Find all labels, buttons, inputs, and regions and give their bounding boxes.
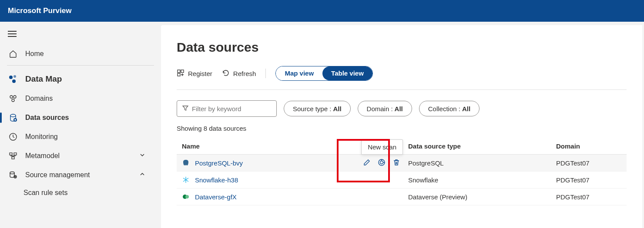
table-view-toggle[interactable]: Table view — [322, 66, 372, 80]
new-scan-tooltip: New scan — [361, 139, 403, 155]
filter-keyword-field[interactable] — [177, 100, 277, 117]
source-management-icon — [8, 171, 18, 179]
nav-home[interactable]: Home — [0, 44, 161, 63]
filter-domain-label: Domain : — [367, 105, 393, 112]
refresh-button[interactable]: Refresh — [222, 69, 256, 78]
refresh-icon — [222, 69, 230, 78]
svg-rect-14 — [178, 70, 180, 73]
nav-divider — [7, 65, 154, 66]
filter-source-type[interactable]: Source type : All — [284, 101, 351, 116]
row-domain: PDGTest07 — [556, 159, 621, 167]
nav-section-data-map[interactable]: Data Map — [0, 69, 161, 89]
view-toggle: Map view Table view — [275, 66, 372, 81]
delete-icon[interactable] — [392, 159, 400, 168]
svg-rect-15 — [181, 70, 184, 73]
nav-data-sources[interactable]: Data sources — [0, 108, 161, 127]
filters: Source type : All Domain : All Collectio… — [177, 100, 627, 117]
nav-domains[interactable]: Domains — [0, 89, 161, 108]
row-type: PostgreSQL — [408, 159, 556, 167]
svg-point-5 — [12, 99, 14, 102]
map-view-toggle[interactable]: Map view — [276, 66, 322, 80]
nav-monitoring-label: Monitoring — [25, 133, 58, 141]
main-content: Data sources Register Refresh Map view T… — [161, 25, 642, 228]
edit-icon[interactable] — [363, 159, 371, 168]
snowflake-icon — [182, 176, 190, 184]
data-source-table: Name Data source type Domain PostgreSQL-… — [177, 138, 627, 205]
svg-point-0 — [9, 76, 13, 79]
svg-point-18 — [380, 161, 383, 164]
chevron-down-icon — [139, 152, 145, 160]
svg-rect-11 — [12, 157, 14, 159]
refresh-label: Refresh — [233, 70, 256, 77]
chevron-up-icon — [139, 171, 145, 179]
dataverse-icon — [182, 193, 190, 201]
domains-icon — [8, 94, 18, 103]
filter-icon — [182, 105, 188, 112]
svg-point-1 — [13, 75, 16, 78]
table-row[interactable]: PostgreSQL-bvy New scan Po — [177, 155, 627, 172]
register-label: Register — [188, 70, 212, 77]
nav-domains-label: Domains — [25, 95, 53, 102]
row-actions: New scan — [363, 159, 400, 168]
filter-keyword-input[interactable] — [192, 105, 275, 112]
filter-collection-label: Collection : — [428, 105, 460, 112]
register-icon — [177, 69, 184, 78]
row-name-link[interactable]: Snowflake-h38 — [195, 176, 238, 184]
svg-rect-9 — [10, 153, 12, 155]
svg-point-20 — [185, 195, 189, 198]
filter-collection-value: All — [462, 105, 470, 112]
filter-collection[interactable]: Collection : All — [419, 101, 480, 116]
row-domain: PDGTest07 — [556, 176, 621, 184]
table-row[interactable]: Snowflake-h38 Snowflake PDGTest07 — [177, 172, 627, 188]
filter-source-type-label: Source type : — [293, 105, 331, 112]
row-type: Snowflake — [408, 176, 556, 184]
new-scan-icon[interactable] — [378, 159, 386, 168]
svg-point-12 — [10, 172, 14, 174]
svg-point-3 — [10, 96, 13, 98]
nav-scan-rule-sets[interactable]: Scan rule sets — [0, 185, 161, 201]
row-domain: PDGTest07 — [556, 193, 621, 201]
nav-source-management-label: Source management — [25, 171, 90, 179]
app-header: Microsoft Purview — [0, 0, 644, 22]
nav-home-label: Home — [25, 50, 44, 58]
postgres-icon — [182, 159, 190, 167]
svg-point-6 — [10, 114, 16, 117]
nav-metamodel[interactable]: Metamodel — [0, 146, 161, 165]
monitoring-icon — [8, 132, 18, 141]
toolbar: Register Refresh Map view Table view — [177, 66, 627, 90]
toolbar-divider — [265, 69, 266, 78]
data-map-icon — [8, 74, 18, 84]
svg-point-2 — [12, 79, 16, 83]
nav-section-label: Data Map — [25, 74, 62, 84]
filter-domain[interactable]: Domain : All — [358, 101, 412, 116]
svg-rect-10 — [14, 153, 17, 155]
nav-monitoring[interactable]: Monitoring — [0, 127, 161, 146]
nav-data-sources-label: Data sources — [25, 114, 69, 122]
data-sources-icon — [8, 113, 18, 122]
table-row[interactable]: Dataverse-gfX Dataverse (Preview) PDGTes… — [177, 188, 627, 205]
home-icon — [8, 50, 18, 58]
row-type: Dataverse (Preview) — [408, 193, 556, 201]
svg-point-4 — [13, 96, 16, 98]
nav-scan-rule-sets-label: Scan rule sets — [23, 189, 67, 196]
col-type[interactable]: Data source type — [408, 142, 556, 150]
app-title: Microsoft Purview — [8, 7, 71, 15]
row-name-link[interactable]: PostgreSQL-bvy — [195, 159, 243, 167]
menu-toggle-icon[interactable] — [8, 28, 20, 40]
page-title: Data sources — [177, 40, 627, 55]
nav-source-management[interactable]: Source management — [0, 165, 161, 185]
filter-domain-value: All — [395, 105, 403, 112]
sidebar: Home Data Map Domains Data sources — [0, 22, 161, 228]
metamodel-icon — [8, 152, 18, 160]
row-name-link[interactable]: Dataverse-gfX — [195, 193, 237, 201]
result-count: Showing 8 data sources — [177, 125, 627, 132]
register-button[interactable]: Register — [177, 69, 212, 78]
filter-source-type-value: All — [333, 105, 341, 112]
svg-rect-16 — [178, 73, 180, 76]
nav-metamodel-label: Metamodel — [25, 152, 60, 160]
col-domain[interactable]: Domain — [556, 142, 621, 150]
